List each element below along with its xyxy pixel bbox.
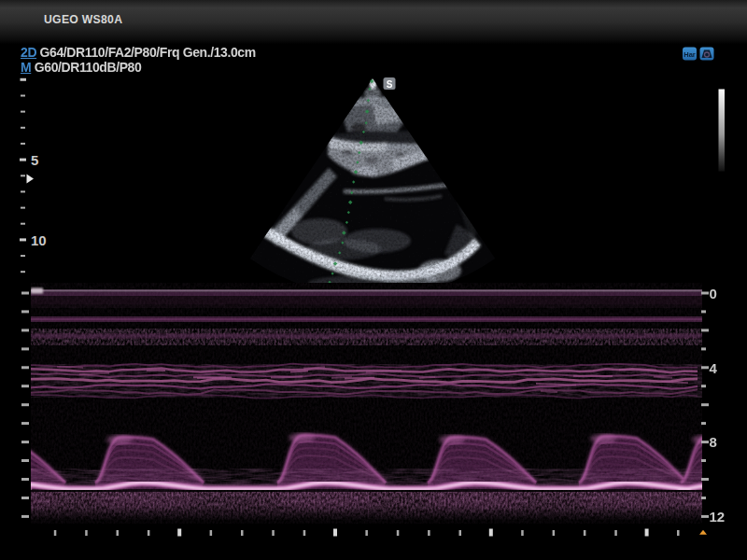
svg-text:S: S <box>387 79 393 90</box>
svg-text:8: 8 <box>710 434 717 450</box>
svg-text:0: 0 <box>710 286 717 301</box>
svg-text:10: 10 <box>31 232 47 248</box>
svg-text:Har: Har <box>684 50 696 59</box>
svg-text:5: 5 <box>31 152 38 168</box>
svg-text:4: 4 <box>710 360 718 376</box>
svg-text:12: 12 <box>710 509 726 525</box>
